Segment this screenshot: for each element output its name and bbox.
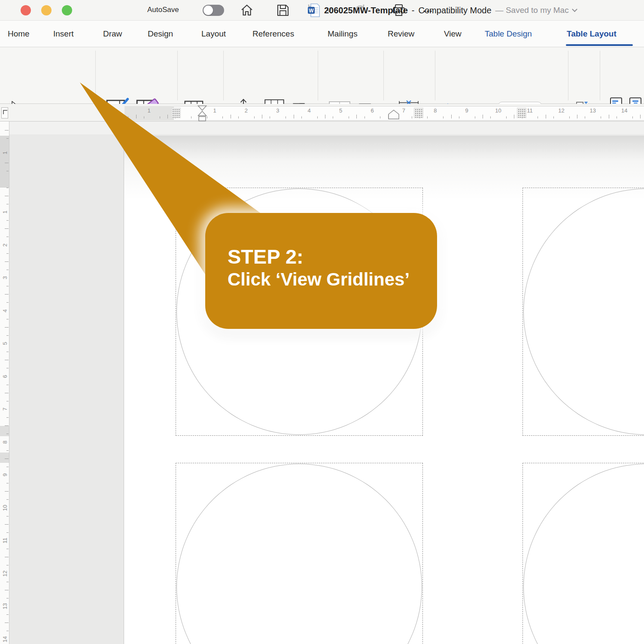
tab-table-design[interactable]: Table Design — [485, 29, 532, 39]
minimize-window-button[interactable] — [41, 5, 52, 15]
h-ruler-marks: 11234567891011121314 — [0, 104, 644, 122]
callout-instruction: Click ‘View Gridlines’ — [228, 268, 420, 291]
zoom-window-button[interactable] — [62, 5, 72, 15]
saved-status-chevron-icon[interactable] — [572, 6, 577, 12]
vertical-ruler: 11234567891011121314 — [0, 122, 9, 644]
text-cursor — [182, 166, 182, 178]
tab-insert[interactable]: Insert — [53, 29, 74, 39]
v-ruler-marks: 11234567891011121314 — [0, 122, 9, 644]
tab-home[interactable]: Home — [8, 29, 30, 39]
tab-view[interactable]: View — [444, 29, 462, 39]
ribbon-tab-bar: Home Insert Draw Design Layout Reference… — [0, 21, 644, 47]
table-column-marker-icon — [171, 108, 181, 118]
tab-references[interactable]: References — [252, 29, 294, 39]
tab-design[interactable]: Design — [148, 29, 173, 39]
autosave-label: AutoSave — [147, 6, 179, 14]
titlebar: AutoSave … W 206025MW-Template - Compati… — [0, 0, 644, 21]
label-circle — [176, 464, 422, 644]
horizontal-ruler: 11234567891011121314 — [0, 104, 644, 122]
save-icon[interactable] — [276, 3, 290, 18]
svg-text:W: W — [309, 8, 314, 14]
label-circle — [523, 188, 644, 435]
table-column-marker-icon — [517, 108, 526, 118]
autosave-toggle[interactable] — [203, 5, 224, 16]
document-page[interactable] — [124, 136, 644, 644]
ribbon: Select View Gridlines Properties DrawTab… — [0, 47, 644, 104]
label-cell-a2[interactable] — [176, 463, 423, 644]
indent-markers[interactable] — [197, 105, 208, 123]
callout-bubble: STEP 2: Click ‘View Gridlines’ — [205, 213, 437, 329]
title-separator: - — [412, 6, 415, 15]
label-cell-b1[interactable] — [522, 188, 644, 436]
label-circle — [523, 464, 644, 644]
close-window-button[interactable] — [21, 5, 31, 15]
callout-step-title: STEP 2: — [228, 245, 420, 268]
table-column-marker-icon — [414, 108, 423, 118]
tab-draw[interactable]: Draw — [103, 29, 122, 39]
home-icon[interactable] — [240, 3, 254, 18]
active-tab-underline — [566, 44, 633, 46]
compatibility-mode-label: Compatibility Mode — [419, 6, 492, 15]
tab-review[interactable]: Review — [388, 29, 414, 39]
word-doc-icon: W — [307, 3, 320, 18]
tab-layout[interactable]: Layout — [201, 29, 226, 39]
label-cell-b2[interactable] — [522, 463, 644, 644]
saved-status[interactable]: — Saved to my Mac — [495, 6, 569, 15]
right-indent-marker[interactable] — [388, 109, 400, 122]
tab-mailings[interactable]: Mailings — [328, 29, 358, 39]
tab-table-layout[interactable]: Table Layout — [567, 29, 617, 39]
toggle-knob — [204, 6, 213, 15]
document-title: 206025MW-Template — [324, 6, 408, 15]
